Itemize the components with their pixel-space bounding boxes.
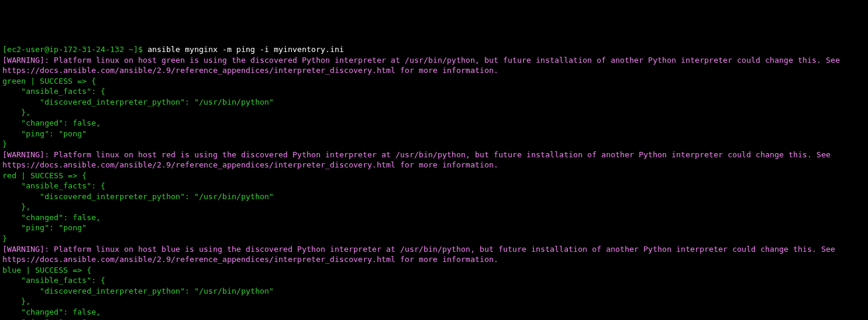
result-line: "changed": false,: [2, 212, 866, 223]
result-line: "ping": "pong": [2, 223, 866, 233]
result-header: blue | SUCCESS => {: [2, 265, 866, 276]
warning-line: https://docs.ansible.com/ansible/2.9/ref…: [2, 254, 866, 265]
result-line: "discovered_interpreter_python": "/usr/b…: [2, 191, 866, 202]
warning-line: [WARNING]: Platform linux on host red is…: [2, 150, 866, 160]
warning-line: https://docs.ansible.com/ansible/2.9/ref…: [2, 160, 866, 170]
result-line: "discovered_interpreter_python": "/usr/b…: [2, 286, 866, 297]
shell-command: ansible mynginx -m ping -i myinventory.i…: [148, 45, 344, 54]
prompt-line[interactable]: [ec2-user@ip-172-31-24-132 ~]$ ansible m…: [2, 44, 866, 55]
result-line: },: [2, 296, 866, 307]
result-line: "changed": false,: [2, 307, 866, 318]
warning-line: [WARNING]: Platform linux on host green …: [2, 55, 866, 66]
result-line: },: [2, 202, 866, 212]
result-header: green | SUCCESS => {: [2, 76, 866, 87]
result-line: "ansible_facts": {: [2, 275, 866, 286]
warning-line: [WARNING]: Platform linux on host blue i…: [2, 244, 866, 255]
result-line: "ping": "pong": [2, 129, 866, 139]
result-line: }: [2, 139, 866, 150]
result-line: "ping": "pong": [2, 317, 866, 320]
warning-line: https://docs.ansible.com/ansible/2.9/ref…: [2, 65, 866, 76]
result-line: "ansible_facts": {: [2, 86, 866, 97]
result-line: "ansible_facts": {: [2, 181, 866, 191]
result-line: }: [2, 233, 866, 244]
result-line: "changed": false,: [2, 118, 866, 129]
result-line: "discovered_interpreter_python": "/usr/b…: [2, 97, 866, 108]
result-header: red | SUCCESS => {: [2, 170, 866, 181]
result-line: },: [2, 107, 866, 118]
terminal-output: [ec2-user@ip-172-31-24-132 ~]$ ansible m…: [2, 44, 866, 320]
shell-prompt: [ec2-user@ip-172-31-24-132 ~]$: [2, 45, 148, 54]
